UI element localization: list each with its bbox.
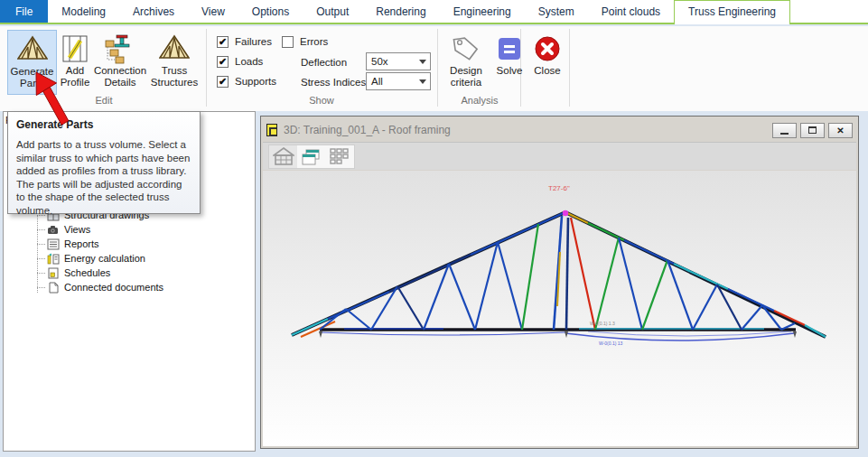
close-label: Close — [534, 65, 560, 77]
analysis-group-label: Analysis — [441, 95, 518, 107]
apex-node-marker — [563, 210, 568, 216]
solve-button[interactable]: Solve — [493, 30, 526, 95]
deflection-annotation-2: W-0(0.1) 13 — [599, 340, 623, 346]
chevron-down-icon — [419, 79, 426, 84]
document-icon — [47, 282, 60, 294]
3d-window-icon — [266, 124, 277, 136]
tab-view[interactable]: View — [188, 0, 238, 23]
show-group-label: Show — [210, 95, 434, 107]
truss-drawing: T27-6" W-0(0.1) 1.3 W-0(0.1) 13 — [263, 171, 856, 446]
tag-icon — [450, 33, 482, 65]
3d-window-title: 3D: Training_001_A - Roof framing — [284, 124, 769, 136]
truss-structures-label: Truss Structures — [148, 65, 201, 89]
tree-item-views[interactable]: Views — [37, 222, 90, 237]
errors-checkbox[interactable]: Errors — [282, 33, 328, 50]
profile-icon — [59, 33, 91, 65]
design-criteria-label: Design criteria — [441, 65, 491, 89]
tab-truss-engineering[interactable]: Truss Engineering — [674, 0, 790, 24]
truss-structures-icon — [158, 33, 191, 65]
schedule-icon — [47, 267, 60, 279]
restore-button[interactable] — [800, 123, 825, 138]
tree-item-connected-documents[interactable]: Connected documents — [37, 280, 163, 294]
failures-label: Failures — [235, 36, 272, 47]
application: File Modeling Archives View Options Outp… — [0, 0, 868, 457]
tree-item-reports[interactable]: Reports — [37, 237, 99, 251]
connection-details-button[interactable]: Connection Details — [92, 30, 148, 95]
connection-details-label: Connection Details — [92, 65, 148, 89]
supports-checkbox[interactable]: ✔ Supports — [217, 73, 276, 89]
menu-bar: File Modeling Archives View Options Outp… — [0, 0, 868, 24]
close-icon — [531, 33, 564, 65]
tab-archives[interactable]: Archives — [119, 0, 188, 23]
tab-output[interactable]: Output — [303, 0, 362, 23]
checkbox-unchecked-icon — [282, 36, 294, 48]
tab-options[interactable]: Options — [238, 0, 303, 23]
loads-label: Loads — [235, 56, 263, 67]
tab-point-clouds[interactable]: Point clouds — [588, 0, 674, 23]
ribbon-separator — [437, 29, 438, 107]
ribbon-separator — [569, 29, 570, 107]
supports-label: Supports — [235, 76, 276, 87]
energy-calculation-icon — [47, 253, 60, 265]
truss-icon — [16, 33, 49, 66]
ribbon-separator — [206, 29, 207, 107]
loads-checkbox[interactable]: ✔ Loads — [217, 53, 263, 70]
solve-equals-icon — [493, 33, 526, 65]
deflection-dropdown[interactable]: 50x — [366, 52, 431, 70]
stress-indices-value: All — [371, 76, 383, 87]
3d-viewport[interactable]: T27-6" W-0(0.1) 1.3 W-0(0.1) 13 — [263, 171, 856, 446]
tab-modeling[interactable]: Modeling — [48, 0, 119, 23]
deflection-label: Deflection — [301, 54, 347, 70]
camera-icon — [47, 224, 60, 236]
truss-dimension-label: T27-6" — [548, 184, 570, 192]
stress-indices-label: Stress Indices — [301, 74, 366, 90]
model-view-button[interactable] — [269, 145, 297, 168]
design-criteria-button[interactable]: Design criteria — [441, 30, 491, 95]
chevron-down-icon — [419, 60, 426, 64]
ribbon: Generate Parts Add Profile Connection De… — [0, 26, 868, 111]
failures-checkbox[interactable]: ✔ Failures — [217, 33, 272, 50]
tree-item-energy-calculation[interactable]: Energy calculation — [37, 251, 145, 266]
window-close-button[interactable]: ✕ — [828, 123, 853, 138]
tab-engineering[interactable]: Engineering — [440, 0, 525, 23]
report-icon — [47, 238, 60, 250]
cascade-windows-button[interactable] — [297, 145, 325, 168]
tab-file[interactable]: File — [0, 0, 48, 23]
3d-window-toolbar — [263, 142, 856, 170]
errors-label: Errors — [300, 36, 328, 47]
solve-label: Solve — [497, 65, 523, 77]
tooltip-body: Add parts to a truss volume. Select a si… — [16, 138, 191, 217]
connection-details-icon — [104, 33, 136, 65]
minimize-button[interactable] — [772, 123, 797, 138]
checkbox-checked-icon: ✔ — [217, 76, 229, 88]
3d-window-titlebar[interactable]: 3D: Training_001_A - Roof framing ✕ — [263, 118, 856, 142]
close-button[interactable]: Close — [527, 30, 567, 95]
checkbox-checked-icon: ✔ — [217, 56, 229, 68]
tab-rendering[interactable]: Rendering — [362, 0, 439, 23]
deflection-value: 50x — [371, 56, 388, 67]
3d-window: 3D: Training_001_A - Roof framing ✕ — [260, 116, 859, 449]
tab-system[interactable]: System — [525, 0, 588, 23]
tree-item-schedules[interactable]: Schedules — [37, 266, 110, 280]
red-annotation-arrow — [25, 67, 79, 132]
truss-structures-button[interactable]: Truss Structures — [148, 30, 201, 95]
deflection-annotation-1: W-0(0.1) 1.3 — [590, 321, 615, 326]
tile-grid-button[interactable] — [325, 145, 353, 168]
stress-indices-dropdown[interactable]: All — [366, 72, 431, 90]
checkbox-checked-icon: ✔ — [217, 36, 229, 48]
